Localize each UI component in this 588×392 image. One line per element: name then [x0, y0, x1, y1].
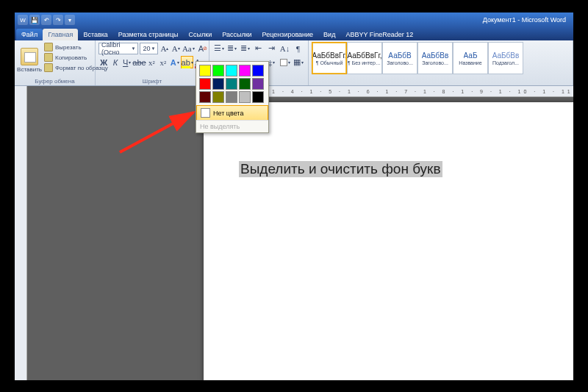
group-styles: АаБбВвГг,¶ ОбычныйАаБбВвГг,¶ Без интерв.…: [309, 40, 573, 85]
style-card[interactable]: АаБбВвПодзагол...: [488, 42, 523, 74]
color-swatch[interactable]: [239, 91, 251, 103]
color-swatch[interactable]: [199, 78, 211, 90]
qat-customize-icon[interactable]: ▾: [65, 15, 75, 25]
style-card[interactable]: АаБбВвГг,¶ Без интерв...: [347, 42, 382, 74]
group-font: Calibri (Осно▼ 20▼ A▴ A▾ Aa▾ A⊘ Ж К Ч▾ a…: [96, 40, 209, 85]
brush-icon: [44, 63, 53, 72]
tab-file[interactable]: Файл: [16, 29, 43, 40]
color-swatch[interactable]: [226, 91, 237, 103]
quick-access-toolbar: W 💾 ↶ ↷ ▾: [18, 15, 75, 25]
color-swatch[interactable]: [199, 65, 211, 76]
paste-icon: [21, 48, 38, 65]
color-swatch[interactable]: [252, 78, 264, 90]
clear-formatting-button[interactable]: A⊘: [196, 42, 206, 54]
tab-abbyy[interactable]: ABBYY FineReader 12: [340, 29, 418, 40]
document-page[interactable]: Выделить и очистить фон букв: [204, 102, 573, 380]
subscript-button[interactable]: x2: [146, 56, 157, 68]
paste-label: Вставить: [17, 66, 42, 73]
redo-icon[interactable]: ↷: [53, 15, 63, 25]
increase-indent-button[interactable]: ⇥: [265, 42, 278, 54]
style-card[interactable]: АаБбВЗаголово...: [382, 42, 417, 74]
tab-mailings[interactable]: Рассылки: [217, 29, 257, 40]
color-swatch[interactable]: [212, 91, 224, 103]
title-bar: W 💾 ↶ ↷ ▾ Документ1 - Microsoft Word: [15, 13, 573, 27]
color-swatch[interactable]: [239, 65, 251, 76]
save-icon[interactable]: 💾: [29, 15, 40, 25]
italic-button[interactable]: К: [110, 56, 121, 68]
multilevel-list-button[interactable]: ≣▾: [239, 42, 251, 54]
decrease-indent-button[interactable]: ⇤: [252, 42, 265, 54]
vertical-ruler[interactable]: [15, 86, 27, 380]
scissors-icon: [44, 43, 53, 51]
tab-home[interactable]: Главная: [43, 29, 78, 40]
text-effects-button[interactable]: A▾: [169, 56, 180, 68]
ribbon-tabs: Файл Главная Вставка Разметка страницы С…: [15, 27, 573, 40]
superscript-button[interactable]: x2: [158, 56, 169, 68]
strikethrough-button[interactable]: abe: [133, 56, 146, 68]
change-case-button[interactable]: Aa▾: [182, 42, 195, 54]
sort-button[interactable]: A↓: [279, 42, 291, 54]
tab-view[interactable]: Вид: [318, 29, 340, 40]
undo-icon[interactable]: ↶: [41, 15, 51, 25]
color-swatch[interactable]: [212, 78, 224, 90]
document-body-text[interactable]: Выделить и очистить фон букв: [239, 161, 442, 177]
highlight-color-dropdown: Нет цвета Не выделять: [196, 61, 269, 133]
shrink-font-button[interactable]: A▾: [171, 42, 181, 54]
bullets-button[interactable]: ☰▾: [212, 42, 225, 54]
workspace: · 1 · 2 · 3 · 1 · 4 · 1 · 5 · 1 · 6 · 1 …: [15, 86, 573, 380]
shading-button[interactable]: ▾: [279, 56, 291, 68]
window-title: Документ1 - Microsoft Word: [483, 16, 566, 24]
styles-gallery[interactable]: АаБбВвГг,¶ ОбычныйАаБбВвГг,¶ Без интерв.…: [312, 42, 570, 74]
tab-insert[interactable]: Вставка: [78, 29, 112, 40]
color-swatch[interactable]: [226, 65, 237, 76]
stop-highlight-item[interactable]: Не выделять: [196, 120, 268, 132]
word-icon[interactable]: W: [18, 15, 28, 25]
color-swatch[interactable]: [252, 65, 264, 76]
font-name-combo[interactable]: Calibri (Осно▼: [98, 43, 138, 54]
color-swatch[interactable]: [226, 78, 237, 90]
word-window: W 💾 ↶ ↷ ▾ Документ1 - Microsoft Word Фай…: [15, 13, 573, 380]
group-clipboard: Вставить Вырезать Копировать Формат по о…: [15, 40, 96, 85]
copy-icon: [44, 53, 53, 62]
group-label-font: Шрифт: [98, 78, 206, 85]
color-swatch[interactable]: [212, 65, 224, 76]
borders-button[interactable]: ▦▾: [292, 56, 304, 68]
color-swatch[interactable]: [199, 91, 211, 103]
no-color-item[interactable]: Нет цвета: [196, 105, 268, 121]
ribbon: Вставить Вырезать Копировать Формат по о…: [15, 40, 573, 86]
tab-review[interactable]: Рецензирование: [257, 29, 319, 40]
numbering-button[interactable]: ≣▾: [226, 42, 238, 54]
style-card[interactable]: АаБбВвЗаголово...: [417, 42, 453, 74]
bold-button[interactable]: Ж: [98, 56, 110, 68]
show-marks-button[interactable]: ¶: [292, 42, 304, 54]
color-swatches: [196, 62, 268, 106]
style-card[interactable]: АаБНазвание: [453, 42, 488, 74]
paste-button[interactable]: Вставить: [18, 42, 41, 78]
color-swatch[interactable]: [252, 91, 264, 103]
highlight-color-button[interactable]: ab▾: [181, 56, 193, 68]
grow-font-button[interactable]: A▴: [159, 42, 169, 54]
font-size-combo[interactable]: 20▼: [140, 43, 158, 54]
no-color-swatch: [201, 108, 210, 118]
underline-button[interactable]: Ч▾: [121, 56, 132, 68]
color-swatch[interactable]: [239, 78, 251, 90]
group-label-clipboard: Буфер обмена: [18, 78, 92, 85]
tab-page-layout[interactable]: Разметка страницы: [113, 29, 184, 40]
style-card[interactable]: АаБбВвГг,¶ Обычный: [312, 42, 347, 74]
tab-references[interactable]: Ссылки: [184, 29, 218, 40]
